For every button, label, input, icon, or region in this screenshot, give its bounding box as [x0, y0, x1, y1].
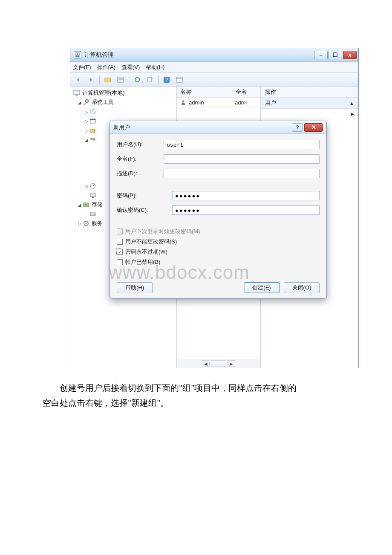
actions-row[interactable]: 用户 ▲ — [261, 98, 358, 109]
caption-line-2: 空白处点击右键，选择"新建组"。 — [43, 398, 169, 408]
help-toolbutton[interactable]: ? — [161, 75, 172, 85]
checkbox-account-disabled[interactable]: 帐户已禁用(B) — [117, 258, 320, 266]
scroll-left-button[interactable]: ◀ — [202, 360, 210, 367]
window-title: 计算机管理 — [84, 51, 314, 59]
perf-icon — [89, 182, 97, 189]
checkbox-never-expire[interactable]: ✓ 密码永不过期(W) — [117, 248, 320, 256]
sharedfolders-icon — [89, 127, 97, 134]
checkbox-cannot-change[interactable]: 用户不能更改密码(S) — [117, 238, 320, 246]
svg-point-24 — [93, 138, 95, 141]
dialog-close-button[interactable]: ✕ — [304, 123, 323, 132]
checkbox-label: 帐户已禁用(B) — [125, 258, 160, 266]
devmgr-icon — [89, 192, 97, 199]
svg-point-33 — [86, 223, 87, 224]
list-item[interactable]: admin admi — [177, 98, 260, 108]
properties-button[interactable] — [174, 75, 185, 85]
collapse-icon: ▷ — [77, 221, 82, 226]
fullname-label: 全名(F): — [117, 155, 164, 163]
diskmgr-icon — [89, 211, 97, 217]
password-input[interactable] — [172, 191, 320, 200]
actions-header: 操作 — [261, 87, 358, 98]
expand-icon: ◢ — [77, 202, 82, 207]
tree-root-label: 计算机管理(本地) — [82, 89, 125, 97]
dialog-buttons: 帮助(H) 创建(E) 关闭(O) — [117, 276, 320, 293]
svg-rect-31 — [90, 213, 95, 216]
svg-rect-15 — [75, 95, 78, 95]
dialog-body: 用户名(U): 全名(F): 描述(D): 密码(P): 确认密码(C): — [110, 134, 326, 298]
minimize-button[interactable]: – — [314, 51, 328, 59]
toolbar-separator — [158, 75, 159, 84]
checkbox-icon — [117, 259, 123, 265]
svg-point-34 — [182, 100, 184, 103]
expand-icon: ◢ — [84, 138, 89, 142]
collapse-icon: ▷ — [84, 184, 89, 188]
svg-rect-35 — [182, 103, 185, 105]
create-button[interactable]: 创建(E) — [244, 282, 280, 293]
svg-rect-27 — [90, 193, 95, 197]
checkbox-icon — [117, 228, 123, 234]
close-button[interactable]: 关闭(O) — [284, 282, 320, 293]
refresh-button[interactable] — [132, 75, 143, 85]
menu-bar: 文件(F) 操作(A) 查看(V) 帮助(H) — [70, 62, 358, 73]
expand-icon: ◢ — [77, 100, 82, 105]
checkbox-icon — [117, 239, 123, 245]
checkbox-label: 用户下次登录时须更改密码(M) — [125, 228, 200, 235]
dialog-help-button[interactable]: ? — [292, 123, 303, 132]
confirm-password-label: 确认密码(C): — [117, 206, 172, 214]
more-actions[interactable]: ▶ — [261, 109, 358, 119]
fullname-input[interactable] — [164, 154, 320, 164]
dialog-titlebar: 新用户 ? ✕ — [110, 121, 326, 134]
forward-button[interactable] — [86, 75, 97, 85]
svg-rect-2 — [76, 55, 79, 57]
collapse-icon: ▷ — [84, 128, 89, 133]
svg-point-23 — [90, 138, 93, 140]
password-label: 密码(P): — [117, 192, 172, 199]
svg-rect-3 — [105, 78, 111, 82]
storage-icon — [82, 201, 90, 208]
svg-rect-21 — [90, 119, 95, 120]
window-controls: – ☐ x — [314, 51, 357, 59]
tools-icon — [82, 99, 90, 106]
back-button[interactable] — [73, 75, 84, 85]
cell-fullname: admi — [235, 99, 247, 106]
scroll-thumb[interactable] — [211, 360, 226, 367]
list-button[interactable] — [115, 75, 126, 85]
export-button[interactable] — [144, 75, 156, 85]
maximize-button[interactable]: ☐ — [329, 51, 342, 59]
collapse-icon: ▷ — [84, 119, 89, 124]
toolbar-separator — [129, 75, 129, 84]
username-input[interactable] — [164, 140, 320, 149]
description-label: 描述(D): — [117, 170, 164, 177]
checkbox-icon: ✓ — [117, 249, 123, 255]
tree-root[interactable]: 计算机管理(本地) — [71, 88, 176, 98]
username-label: 用户名(U): — [117, 141, 164, 148]
col-fullname[interactable]: 全名 — [232, 88, 260, 96]
computer-icon — [73, 90, 81, 96]
col-name[interactable]: 名称 — [177, 88, 232, 96]
svg-rect-9 — [147, 78, 152, 82]
tree-systools[interactable]: ◢ 系统工具 — [71, 98, 176, 107]
tree-item[interactable]: ▷ — [71, 107, 176, 116]
help-button[interactable]: 帮助(H) — [117, 282, 153, 293]
checkbox-label: 密码永不过期(W) — [125, 248, 167, 256]
scroll-right-button[interactable]: ▶ — [228, 360, 235, 367]
confirm-password-input[interactable] — [172, 205, 320, 215]
menu-help[interactable]: 帮助(H) — [146, 64, 164, 71]
description-input[interactable] — [164, 169, 320, 178]
menu-view[interactable]: 查看(V) — [121, 64, 140, 71]
svg-rect-29 — [84, 203, 89, 205]
menu-file[interactable]: 文件(F) — [73, 64, 91, 71]
user-icon — [179, 99, 187, 106]
document-caption: 创建号用户后接着切换到下面的"组"项目中，同样点击在右侧的 空白处点击右键，选择… — [43, 381, 349, 410]
horizontal-scrollbar[interactable]: ◀ ▶ — [177, 359, 260, 368]
svg-point-8 — [135, 78, 139, 82]
svg-rect-12 — [176, 77, 182, 82]
folder-button[interactable] — [102, 75, 113, 85]
toolbar: ? — [70, 73, 358, 87]
tree-systools-label: 系统工具 — [92, 98, 114, 106]
menu-action[interactable]: 操作(A) — [97, 64, 115, 71]
collapse-up-icon: ▲ — [349, 101, 354, 106]
users-icon — [89, 136, 97, 143]
close-button[interactable]: x — [343, 51, 357, 59]
column-headers: 名称 全名 — [177, 87, 260, 98]
